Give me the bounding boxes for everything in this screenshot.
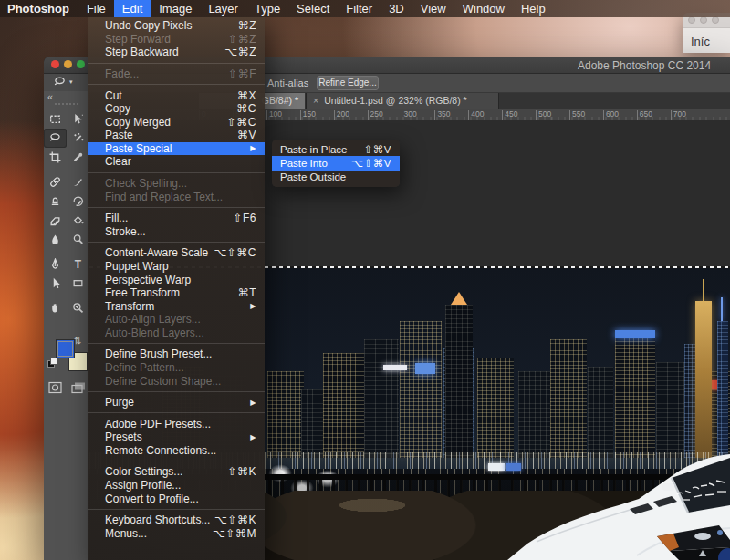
ruler-tick-label: 150	[303, 109, 316, 119]
menu-separator	[88, 63, 265, 64]
menu-item-undo-copy-pixels[interactable]: Undo Copy Pixels⌘Z	[88, 19, 265, 33]
menubar-item-window[interactable]: Window	[454, 0, 513, 17]
menu-item-fill[interactable]: Fill...⇧F6	[88, 212, 265, 225]
menubar-item-layer[interactable]: Layer	[200, 0, 246, 17]
minimize-button[interactable]	[64, 60, 72, 68]
hand-tool-icon[interactable]	[44, 298, 67, 317]
crop-tool-icon[interactable]	[44, 148, 67, 167]
menubar-item-help[interactable]: Help	[513, 0, 554, 17]
menu-item-adobe-pdf-presets[interactable]: Adobe PDF Presets...	[88, 417, 265, 430]
submenu-arrow-icon: ▶	[250, 433, 256, 441]
menu-item-presets[interactable]: Presets▶	[88, 430, 265, 444]
menu-item-define-brush-preset[interactable]: Define Brush Preset...	[88, 347, 265, 361]
close-button[interactable]	[51, 60, 59, 68]
foreground-color-swatch[interactable]	[56, 339, 75, 358]
clone-stamp-tool-icon[interactable]	[44, 192, 67, 211]
menubar-item-3d[interactable]: 3D	[381, 0, 412, 17]
spire-antenna	[703, 279, 704, 301]
inactive-close-button[interactable]	[688, 16, 695, 24]
inactive-zoom-button[interactable]	[712, 16, 719, 24]
ruler-tick	[468, 110, 469, 120]
anti-alias-label[interactable]: Anti-alias	[267, 78, 308, 88]
menu-item-menus[interactable]: Menus...⌥⇧⌘M	[88, 527, 265, 541]
shape-tool-icon[interactable]	[67, 274, 89, 293]
menu-item-paste-outside[interactable]: Paste Outside	[272, 171, 400, 184]
menu-item-copy[interactable]: Copy⌘C	[88, 102, 265, 116]
paint-bucket-tool-icon[interactable]	[67, 211, 89, 230]
menu-item-puppet-warp[interactable]: Puppet Warp	[88, 260, 265, 274]
menu-item-paste-into[interactable]: Paste Into⌥⇧⌘V	[272, 156, 400, 170]
menubar-item-edit[interactable]: Edit	[114, 0, 151, 17]
eraser-tool-icon[interactable]	[44, 211, 67, 230]
menu-item-paste-special[interactable]: Paste Special▶	[88, 142, 265, 156]
rectangular-marquee-tool-icon[interactable]	[44, 109, 67, 129]
menu-item-clear[interactable]: Clear	[88, 155, 265, 169]
spot-healing-brush-tool-icon[interactable]	[44, 172, 67, 192]
menu-item-color-settings[interactable]: Color Settings...⇧⌘K	[88, 465, 265, 479]
menu-item-perspective-warp[interactable]: Perspective Warp	[88, 273, 265, 286]
collapse-panel-button[interactable]: «	[47, 91, 53, 102]
lasso-tool-icon[interactable]	[44, 129, 67, 148]
magic-wand-tool-icon[interactable]	[67, 129, 89, 148]
move-tool-icon[interactable]	[67, 109, 89, 129]
menu-item-find-and-replace-text: Find and Replace Text...	[88, 190, 265, 203]
inactive-minimize-button[interactable]	[700, 16, 707, 24]
menu-item-keyboard-shortcuts[interactable]: Keyboard Shortcuts...⌥⇧⌘K	[88, 513, 265, 527]
blue-lit-sign	[415, 363, 435, 374]
menu-separator	[88, 544, 265, 544]
ruler-tick	[502, 110, 503, 120]
menu-item-stroke[interactable]: Stroke...	[88, 225, 265, 239]
menu-item-cut[interactable]: Cut⌘X	[88, 88, 265, 102]
type-tool-icon[interactable]: T	[67, 254, 89, 274]
menu-item-remote-connections[interactable]: Remote Connections...	[88, 444, 265, 458]
tower-with-lit-spire	[445, 305, 473, 458]
dodge-tool-icon[interactable]	[67, 230, 89, 249]
menubar-item-view[interactable]: View	[412, 0, 454, 17]
building	[477, 358, 514, 458]
menu-item-assign-profile[interactable]: Assign Profile...	[88, 479, 265, 493]
ruler-tick	[569, 110, 570, 120]
menu-item-convert-to-profile[interactable]: Convert to Profile...	[88, 492, 265, 505]
building	[550, 339, 587, 458]
ruler-tick	[334, 110, 335, 120]
document-tab-active[interactable]: × Untitled-1.psd @ 232% (RGB/8) *	[306, 93, 499, 109]
menu-item-free-transform[interactable]: Free Transform⌘T	[88, 286, 265, 300]
menu-item-content-aware-scale[interactable]: Content-Aware Scale⌥⇧⌘C	[88, 246, 265, 260]
zoom-button[interactable]	[77, 60, 85, 68]
quick-mask-button[interactable]	[48, 381, 63, 394]
menu-item-auto-align-layers: Auto-Align Layers...	[88, 313, 265, 327]
background-window-toolbar[interactable]: Iníc	[683, 27, 730, 53]
current-tool-dropdown[interactable]: ▾	[53, 76, 73, 88]
menubar-item-filter[interactable]: Filter	[338, 0, 381, 17]
screen-mode-button[interactable]	[71, 381, 86, 394]
pen-tool-icon[interactable]	[44, 254, 67, 274]
history-brush-tool-icon[interactable]	[67, 192, 89, 211]
menu-separator	[88, 509, 265, 510]
menu-item-paste[interactable]: Paste⌘V	[88, 129, 265, 142]
blur-tool-icon[interactable]	[44, 230, 67, 249]
background-window[interactable]: Iníc	[683, 13, 730, 53]
menu-item-transform[interactable]: Transform▶	[88, 299, 265, 313]
panel-grip[interactable]	[55, 103, 78, 105]
menu-item-copy-merged[interactable]: Copy Merged⇧⌘C	[88, 115, 265, 129]
eyedropper-tool-icon[interactable]	[67, 148, 89, 167]
default-colors-icon[interactable]	[47, 358, 57, 367]
submenu-arrow-icon: ▶	[250, 144, 256, 152]
menubar-app-name[interactable]: Photoshop	[0, 0, 78, 17]
menubar-item-file[interactable]: File	[78, 0, 114, 17]
ruler-tick-label: 500	[538, 109, 551, 119]
menu-separator	[88, 461, 265, 461]
menubar-item-select[interactable]: Select	[288, 0, 338, 17]
menubar: Photoshop FileEditImageLayerTypeSelectFi…	[0, 0, 730, 17]
refine-edge-button[interactable]: Refine Edge...	[317, 76, 379, 90]
tab-close-icon[interactable]: ×	[313, 93, 318, 109]
menu-item-step-backward[interactable]: Step Backward⌥⌘Z	[88, 46, 265, 59]
menubar-item-image[interactable]: Image	[151, 0, 200, 17]
menubar-item-type[interactable]: Type	[246, 0, 288, 17]
brush-tool-icon[interactable]	[67, 172, 89, 192]
path-selection-tool-icon[interactable]	[44, 274, 67, 293]
zoom-tool-icon[interactable]	[67, 298, 89, 317]
menu-item-purge[interactable]: Purge▶	[88, 396, 265, 410]
ruler-tick-label: 350	[437, 109, 450, 119]
menu-item-paste-in-place[interactable]: Paste in Place⇧⌘V	[272, 142, 400, 156]
